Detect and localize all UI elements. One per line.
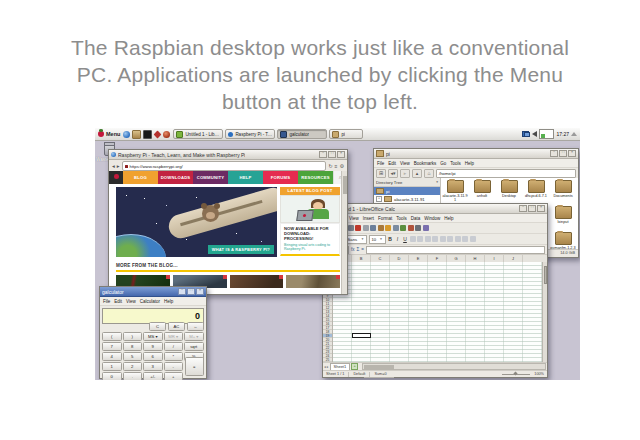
nav-resources[interactable]: RESOURCES <box>298 171 333 184</box>
key-4[interactable]: 4 <box>102 352 122 361</box>
minimize-button[interactable]: − <box>519 205 527 212</box>
mathematica-icon[interactable] <box>154 130 162 138</box>
key-c[interactable]: C <box>149 322 166 331</box>
key-key[interactable]: + <box>164 372 184 380</box>
menu-view[interactable]: View <box>400 161 410 166</box>
key-m[interactable]: M+ ▾ <box>184 332 204 341</box>
formula-icon[interactable]: = <box>361 247 364 252</box>
nav-downloads[interactable]: DOWNLOADS <box>158 171 193 184</box>
key-key[interactable]: ) <box>123 332 143 341</box>
selected-cell[interactable] <box>352 333 371 338</box>
key-mr[interactable]: MR ▾ <box>164 332 184 341</box>
sum-icon[interactable]: Σ <box>357 247 360 252</box>
menu-tools[interactable]: Tools <box>396 216 407 221</box>
key-ms[interactable]: MS ▾ <box>143 332 163 341</box>
align-right-icon[interactable] <box>425 236 431 242</box>
minimize-button[interactable]: − <box>178 288 186 295</box>
add-sheet-button[interactable]: + <box>351 363 358 370</box>
settings-gear-icon[interactable]: ⚙ <box>340 163 344 169</box>
menu-file[interactable]: File <box>103 299 110 304</box>
new-tab-icon[interactable]: ⊞ <box>376 169 386 178</box>
column-header-h[interactable]: H <box>466 255 485 262</box>
align-left-icon[interactable] <box>410 236 416 242</box>
taskbar-button-pi[interactable]: pi <box>329 129 363 139</box>
key-sqrt[interactable]: sqrt <box>184 342 204 351</box>
column-header-j[interactable]: J <box>504 255 523 262</box>
menu-edit[interactable]: Edit <box>388 161 396 166</box>
blog-post-card[interactable]: NOW AVAILABLE FOR DOWNLOAD: PROCESSING! … <box>280 223 340 256</box>
key-key[interactable]: ( <box>102 332 122 341</box>
key-2[interactable]: 2 <box>123 362 143 371</box>
key-8[interactable]: 8 <box>123 342 143 351</box>
column-header-d[interactable]: D <box>390 255 409 262</box>
key-ac[interactable]: AC <box>168 322 185 331</box>
sheet-tab[interactable]: Sheet1 <box>330 363 351 370</box>
print-icon[interactable] <box>348 225 354 231</box>
horizontal-scrollbar[interactable] <box>362 363 546 370</box>
key-key[interactable]: +/- <box>143 372 163 380</box>
percent-icon[interactable] <box>455 236 461 242</box>
menu-icon[interactable]: ≡ <box>335 163 338 169</box>
chart-icon[interactable] <box>408 225 414 231</box>
menu-help[interactable]: Help <box>465 161 474 166</box>
menu-help[interactable]: Help <box>164 299 173 304</box>
column-header-g[interactable]: G <box>447 255 466 262</box>
menu-format[interactable]: Format <box>378 216 392 221</box>
close-button[interactable]: × <box>337 151 345 158</box>
justify-icon[interactable] <box>432 236 438 242</box>
borders-icon[interactable] <box>462 236 468 242</box>
key-5[interactable]: 5 <box>123 352 143 361</box>
menu-view[interactable]: View <box>349 216 359 221</box>
merge-cells-icon[interactable] <box>440 236 446 242</box>
cell-grid[interactable] <box>333 262 542 362</box>
galculator-titlebar[interactable]: galculator − □ × <box>100 287 206 297</box>
forward-icon[interactable]: ▸ <box>400 169 410 178</box>
column-header-b[interactable]: B <box>352 255 371 262</box>
menu-help[interactable]: Help <box>444 216 453 221</box>
taskbar-button-raspberry-pi-teach[interactable]: Raspberry Pi - Teach... <box>225 129 275 139</box>
maximize-button[interactable]: □ <box>559 150 567 157</box>
close-button[interactable]: × <box>537 205 545 212</box>
up-icon[interactable]: ▴ <box>412 169 422 178</box>
key-key[interactable]: / <box>164 342 184 351</box>
file-manager-titlebar[interactable]: pi − □ × <box>374 149 578 159</box>
nav-blog[interactable]: BLOG <box>123 171 158 184</box>
key-3[interactable]: 3 <box>143 362 163 371</box>
folder-anholt[interactable]: anholt <box>469 180 495 202</box>
folder-dhcpcd-6-7-1[interactable]: dhcpcd-6.7.1 <box>523 180 549 202</box>
key-key[interactable]: ← <box>187 322 204 331</box>
font-size-combo[interactable]: 10 ▼ <box>369 235 386 244</box>
tree-item-alacarte-3-11-91[interactable]: +alacarte-3.11.91 <box>374 195 440 203</box>
menu-file[interactable]: File <box>377 161 384 166</box>
bold-button[interactable]: B <box>387 236 393 242</box>
paste-icon[interactable] <box>378 225 384 231</box>
page-scrollbar[interactable] <box>341 171 347 294</box>
key-key[interactable]: * <box>164 352 184 361</box>
minimize-button[interactable]: − <box>550 150 558 157</box>
folder-alacarte-3-11-91[interactable]: alacarte-3.11.91 <box>442 180 468 202</box>
file-manager-icon[interactable] <box>132 130 141 139</box>
menu-button[interactable]: Menu <box>98 131 120 137</box>
tab-next-icon[interactable]: ▸ <box>327 365 329 369</box>
minimize-button[interactable]: − <box>319 151 327 158</box>
path-input[interactable]: /home/pi <box>436 169 576 178</box>
key-equals[interactable]: = <box>185 357 205 376</box>
currency-icon[interactable] <box>447 236 453 242</box>
column-header-i[interactable]: I <box>485 255 504 262</box>
back-icon[interactable]: ◂▾ <box>388 169 398 178</box>
vertical-scrollbar[interactable] <box>542 262 547 362</box>
gallery-icon[interactable] <box>423 225 429 231</box>
browser-titlebar[interactable]: Raspberry Pi - Teach, Learn, and Make wi… <box>109 150 347 160</box>
align-center-icon[interactable] <box>417 236 423 242</box>
menu-tools[interactable]: Tools <box>450 161 461 166</box>
menu-bookmarks[interactable]: Bookmarks <box>414 161 437 166</box>
web-browser-icon[interactable] <box>123 131 130 138</box>
tree-item-pi[interactable]: pi <box>374 187 440 195</box>
raspberrypi-logo[interactable] <box>109 171 123 184</box>
close-button[interactable]: × <box>568 150 576 157</box>
taskbar-button-galculator[interactable]: galculator <box>277 129 327 139</box>
background-color-icon[interactable] <box>470 236 476 242</box>
address-bar[interactable]: https://www.raspberrypi.org/ <box>122 161 327 171</box>
zoom-slider[interactable] <box>502 374 530 375</box>
tree-pane-header[interactable]: Directory Tree ▾ <box>374 178 440 187</box>
